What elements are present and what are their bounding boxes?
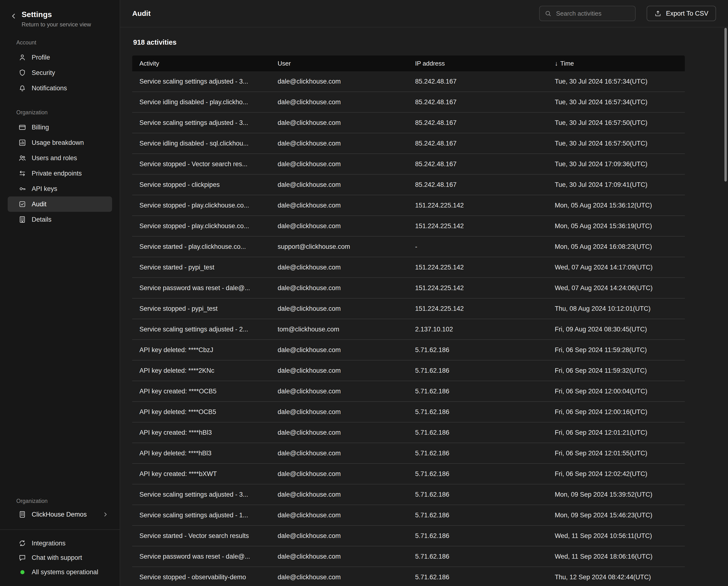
cell-activity: API key created: ****OCB5 — [132, 388, 278, 395]
cell-ip: 5.71.62.186 — [415, 429, 555, 436]
table-row[interactable]: Service scaling settings adjusted - 1...… — [132, 505, 685, 526]
integrations-icon — [18, 539, 26, 547]
cell-activity: API key deleted: ****CbzJ — [132, 346, 278, 354]
cell-user: dale@clickhouse.com — [278, 181, 415, 189]
cell-activity: API key deleted: ****hBl3 — [132, 449, 278, 457]
sidebar-item-integrations[interactable]: Integrations — [8, 536, 112, 551]
sidebar-bottom: Organization ClickHouse Demos Integratio… — [0, 498, 120, 586]
cell-user: dale@clickhouse.com — [278, 573, 415, 581]
column-header-user[interactable]: User — [278, 60, 415, 67]
table-row[interactable]: Service scaling settings adjusted - 3...… — [132, 113, 685, 133]
search-input[interactable] — [555, 9, 630, 18]
sidebar: Settings Return to your service view Acc… — [0, 0, 120, 586]
org-switcher[interactable]: ClickHouse Demos — [8, 507, 112, 522]
user-icon — [18, 53, 26, 62]
cell-activity: Service scaling settings adjusted - 3... — [132, 78, 278, 85]
column-header-activity[interactable]: Activity — [132, 60, 278, 67]
sidebar-item-private-endpoints[interactable]: Private endpoints — [8, 166, 112, 181]
table-row[interactable]: API key created: ****hBl3 dale@clickhous… — [132, 422, 685, 443]
cell-ip: 85.242.48.167 — [415, 140, 555, 147]
cell-ip: 85.242.48.167 — [415, 78, 555, 85]
column-header-time[interactable]: ↓ Time — [555, 60, 685, 67]
cell-activity: Service password was reset - dale@... — [132, 284, 278, 292]
cell-ip: 5.71.62.186 — [415, 532, 555, 540]
cell-ip: 5.71.62.186 — [415, 408, 555, 416]
sidebar-item-label: Private endpoints — [32, 170, 82, 177]
cell-user: support@clickhouse.com — [278, 243, 415, 250]
audit-icon — [18, 200, 26, 208]
table-row[interactable]: Service started - pypi_test dale@clickho… — [132, 257, 685, 278]
table-row[interactable]: API key created: ****bXWT dale@clickhous… — [132, 464, 685, 484]
table-row[interactable]: API key deleted: ****hBl3 dale@clickhous… — [132, 443, 685, 464]
cell-activity: Service scaling settings adjusted - 3... — [132, 119, 278, 127]
table-row[interactable]: API key deleted: ****2KNc dale@clickhous… — [132, 361, 685, 381]
column-header-ip[interactable]: IP address — [415, 60, 555, 67]
table-row[interactable]: Service stopped - pypi_test dale@clickho… — [132, 298, 685, 319]
table-row[interactable]: Service stopped - clickpipes dale@clickh… — [132, 175, 685, 195]
sidebar-item-billing[interactable]: Billing — [8, 120, 112, 135]
cell-user: dale@clickhouse.com — [278, 532, 415, 540]
cell-activity: Service idling disabled - play.clickho..… — [132, 98, 278, 106]
sidebar-item-profile[interactable]: Profile — [8, 50, 112, 65]
sidebar-item-audit[interactable]: Audit — [8, 196, 112, 212]
table-row[interactable]: Service password was reset - dale@... da… — [132, 546, 685, 567]
cell-time: Mon, 09 Sep 2024 15:46:23(UTC) — [555, 512, 685, 519]
cell-time: Tue, 30 Jul 2024 17:09:36(UTC) — [555, 161, 685, 168]
cell-ip: 5.71.62.186 — [415, 470, 555, 478]
export-csv-label: Export To CSV — [666, 10, 708, 17]
table-row[interactable]: Service stopped - Vector search res... d… — [132, 154, 685, 175]
cell-ip: 85.242.48.167 — [415, 98, 555, 106]
topbar: Audit Export To CSV — [120, 0, 728, 27]
main-panel: Audit Export To CSV 918 activities — [120, 0, 728, 586]
cell-user: dale@clickhouse.com — [278, 346, 415, 354]
cell-ip: 151.224.225.142 — [415, 264, 555, 271]
table-row[interactable]: Service scaling settings adjusted - 3...… — [132, 484, 685, 505]
cell-time: Wed, 11 Sep 2024 18:06:16(UTC) — [555, 553, 685, 560]
cell-time: Fri, 06 Sep 2024 12:01:21(UTC) — [555, 429, 685, 436]
table-row[interactable]: API key deleted: ****OCB5 dale@clickhous… — [132, 402, 685, 422]
table-row[interactable]: Service password was reset - dale@... da… — [132, 278, 685, 298]
system-status[interactable]: All systems operational — [8, 565, 112, 579]
sidebar-item-usage-breakdown[interactable]: Usage breakdown — [8, 135, 112, 150]
table-row[interactable]: Service started - Vector search results … — [132, 526, 685, 546]
cell-time: Mon, 09 Sep 2024 15:39:52(UTC) — [555, 491, 685, 498]
usage-icon — [18, 139, 26, 147]
cell-time: Wed, 11 Sep 2024 10:56:11(UTC) — [555, 532, 685, 540]
sidebar-item-details[interactable]: Details — [8, 212, 112, 227]
table-row[interactable]: Service idling disabled - play.clickho..… — [132, 92, 685, 113]
search-icon — [544, 10, 552, 17]
cell-activity: Service scaling settings adjusted - 3... — [132, 491, 278, 498]
sidebar-item-security[interactable]: Security — [8, 65, 112, 80]
table-row[interactable]: Service scaling settings adjusted - 2...… — [132, 319, 685, 340]
sidebar-item-users-and-roles[interactable]: Users and roles — [8, 150, 112, 166]
scrollbar-thumb[interactable] — [724, 28, 727, 181]
sidebar-item-notifications[interactable]: Notifications — [8, 80, 112, 96]
table-row[interactable]: Service stopped - observability-demo dal… — [132, 567, 685, 586]
table-row[interactable]: API key deleted: ****CbzJ dale@clickhous… — [132, 340, 685, 361]
cell-user: dale@clickhouse.com — [278, 408, 415, 416]
endpoints-icon — [18, 169, 26, 177]
cell-time: Fri, 06 Sep 2024 12:02:42(UTC) — [555, 470, 685, 478]
sidebar-item-api-keys[interactable]: API keys — [8, 181, 112, 196]
sidebar-item-chat-support[interactable]: Chat with support — [8, 551, 112, 565]
cell-time: Thu, 12 Sep 2024 08:42:44(UTC) — [555, 573, 685, 581]
sidebar-item-label: Security — [32, 69, 55, 77]
content-area: 918 activities Activity User IP address … — [120, 27, 728, 586]
search-box[interactable] — [539, 6, 635, 21]
cell-activity: Service started - Vector search results — [132, 532, 278, 540]
table-row[interactable]: Service started - play.clickhouse.co... … — [132, 237, 685, 257]
back-button[interactable] — [9, 12, 18, 20]
cell-user: dale@clickhouse.com — [278, 388, 415, 395]
table-row[interactable]: API key created: ****OCB5 dale@clickhous… — [132, 381, 685, 402]
table-row[interactable]: Service scaling settings adjusted - 3...… — [132, 71, 685, 92]
table-row[interactable]: Service stopped - play.clickhouse.co... … — [132, 216, 685, 237]
export-csv-button[interactable]: Export To CSV — [647, 6, 716, 21]
cell-time: Tue, 30 Jul 2024 17:09:41(UTC) — [555, 181, 685, 189]
sidebar-item-label: Chat with support — [32, 554, 82, 562]
return-to-service-link[interactable]: Return to your service view — [22, 21, 91, 28]
table-row[interactable]: Service idling disabled - sql.clickhou..… — [132, 133, 685, 154]
table-row[interactable]: Service stopped - play.clickhouse.co... … — [132, 195, 685, 216]
settings-title: Settings — [22, 10, 91, 19]
cell-activity: API key created: ****hBl3 — [132, 429, 278, 436]
cell-ip: 5.71.62.186 — [415, 512, 555, 519]
